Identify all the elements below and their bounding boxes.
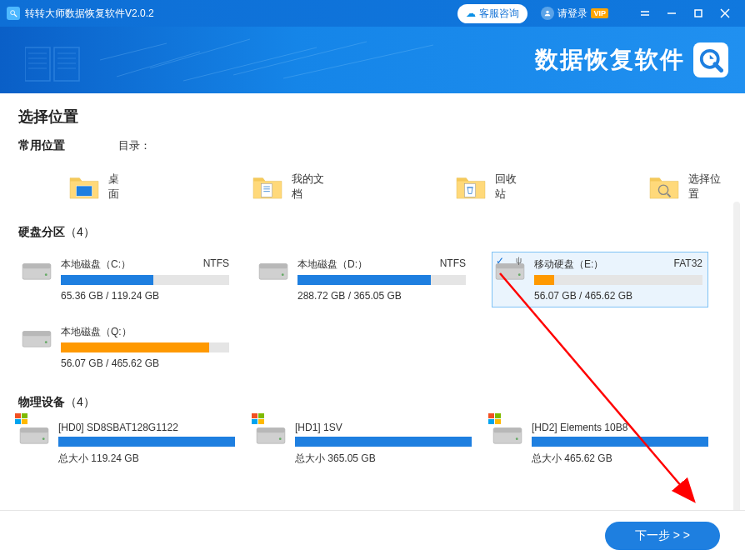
svg-rect-48 xyxy=(15,419,21,424)
physical-size: 总大小 365.05 GB xyxy=(295,452,472,466)
banner-decoration-icon xyxy=(25,43,83,85)
partition-label: 本地磁盘（Q:） xyxy=(61,325,132,339)
svg-point-66 xyxy=(516,438,518,440)
physical-name: [HD0] SD8SBAT128G1122 xyxy=(58,422,235,433)
partition-label: 本地磁盘（D:） xyxy=(298,258,368,272)
svg-point-45 xyxy=(45,341,48,343)
usage-bar xyxy=(534,275,702,285)
common-locations-label: 常用位置 xyxy=(18,138,118,153)
svg-point-59 xyxy=(279,438,282,440)
physical-size: 总大小 119.24 GB xyxy=(58,452,235,466)
location-label: 回收站 xyxy=(495,172,523,202)
physical-bar xyxy=(295,437,472,447)
partition-item[interactable]: 本地磁盘（C:）NTFS 65.36 GB / 119.24 GB xyxy=(18,252,235,308)
svg-rect-4 xyxy=(695,10,702,17)
login-button[interactable]: 请登录 VIP xyxy=(534,4,615,23)
svg-rect-56 xyxy=(258,419,264,424)
physical-device-item[interactable]: [HD2] Elements 10B8 总大小 465.62 GB xyxy=(492,422,708,466)
svg-rect-54 xyxy=(258,413,264,418)
partition-fs: NTFS xyxy=(203,258,229,272)
app-title: 转转大师数据恢复软件V2.0.2 xyxy=(25,7,154,21)
check-icon: ✓ xyxy=(496,256,506,266)
svg-rect-47 xyxy=(22,413,28,418)
physical-disk-icon xyxy=(18,422,50,447)
partition-usage: 65.36 GB / 119.24 GB xyxy=(61,290,229,302)
svg-rect-38 xyxy=(259,264,288,269)
svg-point-52 xyxy=(42,438,45,440)
location-item-documents[interactable]: 我的文档 xyxy=(252,172,330,202)
svg-rect-49 xyxy=(22,419,28,424)
main-content: 选择位置 常用位置 目录： 桌面 我的文档 回收站 选择位置 硬盘分区（4） xyxy=(0,93,745,479)
banner: 数据恢复软件 xyxy=(0,27,745,93)
minimize-button[interactable] xyxy=(658,0,685,27)
physical-disk-icon xyxy=(492,422,523,447)
svg-rect-65 xyxy=(493,428,522,433)
svg-rect-25 xyxy=(77,186,92,196)
vip-badge: VIP xyxy=(591,8,608,18)
svg-line-17 xyxy=(100,43,167,60)
svg-rect-55 xyxy=(252,419,258,424)
location-item-recycle[interactable]: 回收站 xyxy=(455,172,523,202)
physical-name: [HD2] Elements 10B8 xyxy=(532,422,708,433)
partitions-grid: 本地磁盘（C:）NTFS 65.36 GB / 119.24 GB 本地磁盘（D… xyxy=(18,252,727,375)
svg-rect-7 xyxy=(25,48,50,81)
physical-name: [HD1] 1SV xyxy=(295,422,472,433)
physical-device-item[interactable]: [HD1] 1SV 总大小 365.05 GB xyxy=(255,422,472,466)
titlebar: 转转大师数据恢复软件V2.0.2 ☁ 客服咨询 请登录 VIP xyxy=(0,0,745,27)
app-logo xyxy=(7,7,20,20)
partition-label: 本地磁盘（C:） xyxy=(61,258,131,272)
location-item-browse[interactable]: 选择位置 xyxy=(648,172,727,202)
next-button[interactable]: 下一步 > > xyxy=(605,522,720,550)
physical-size: 总大小 465.62 GB xyxy=(532,452,708,466)
directory-label: 目录： xyxy=(118,138,151,153)
svg-rect-44 xyxy=(22,332,51,337)
partition-fs: NTFS xyxy=(440,258,466,272)
page-title: 选择位置 xyxy=(18,107,727,127)
svg-point-42 xyxy=(518,273,521,276)
usage-bar xyxy=(61,342,229,352)
physical-bar xyxy=(532,437,708,447)
scrollbar[interactable] xyxy=(733,202,740,560)
user-icon xyxy=(541,7,554,20)
svg-rect-63 xyxy=(495,419,501,424)
partition-usage: 56.07 GB / 465.62 GB xyxy=(61,358,229,369)
svg-rect-51 xyxy=(20,428,48,433)
physical-grid: [HD0] SD8SBAT128G1122 总大小 119.24 GB [HD1… xyxy=(18,422,727,466)
svg-rect-8 xyxy=(54,48,79,81)
location-item-desktop[interactable]: 桌面 xyxy=(68,172,127,202)
windows-flag-icon xyxy=(488,413,502,425)
physical-bar xyxy=(58,437,235,447)
browse-icon xyxy=(648,173,680,200)
footer: 下一步 > > xyxy=(0,510,745,560)
partitions-header: 硬盘分区（4） xyxy=(18,225,727,240)
usb-icon: ψ xyxy=(516,256,522,265)
partition-item[interactable]: 本地磁盘（D:）NTFS 288.72 GB / 365.05 GB xyxy=(255,252,472,308)
physical-device-item[interactable]: [HD0] SD8SBAT128G1122 总大小 119.24 GB xyxy=(18,422,235,466)
disk-icon xyxy=(21,325,52,350)
banner-logo-icon xyxy=(693,42,728,78)
banner-title: 数据恢复软件 xyxy=(535,44,685,76)
location-label: 我的文档 xyxy=(292,172,330,202)
partition-item[interactable]: 本地磁盘（Q:） 56.07 GB / 465.62 GB xyxy=(18,319,235,375)
location-label: 桌面 xyxy=(108,172,127,202)
physical-header: 物理设备（4） xyxy=(18,395,727,410)
svg-rect-62 xyxy=(488,419,494,424)
partition-item[interactable]: ✓ψ 移动硬盘（E:）FAT32 56.07 GB / 465.62 GB xyxy=(492,252,708,308)
maximize-button[interactable] xyxy=(685,0,712,27)
window-menu-button[interactable] xyxy=(632,0,658,27)
partition-usage: 56.07 GB / 465.62 GB xyxy=(534,290,702,302)
svg-point-39 xyxy=(282,273,284,276)
svg-rect-60 xyxy=(488,413,494,418)
disk-icon xyxy=(21,258,52,282)
svg-point-36 xyxy=(45,273,48,276)
svg-line-21 xyxy=(233,42,367,75)
svg-point-0 xyxy=(11,11,15,15)
login-label: 请登录 xyxy=(558,7,588,21)
customer-support-button[interactable]: ☁ 客服咨询 xyxy=(458,4,528,23)
window-controls xyxy=(632,0,738,27)
usage-bar xyxy=(61,275,229,285)
disk-icon xyxy=(258,258,289,282)
close-button[interactable] xyxy=(712,0,738,27)
svg-marker-24 xyxy=(710,55,714,59)
usage-bar xyxy=(298,275,466,285)
